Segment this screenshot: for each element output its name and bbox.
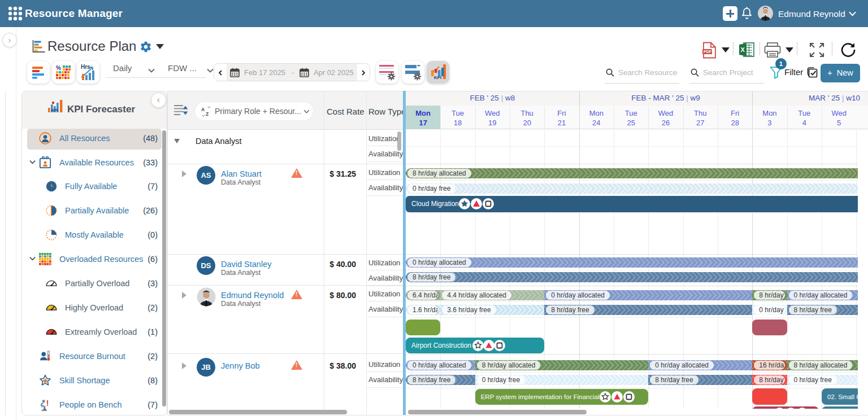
svg-text:%: % <box>56 65 61 71</box>
svg-text:Hrs: Hrs <box>81 64 90 70</box>
svg-text:!: ! <box>46 399 49 408</box>
svg-text:A: A <box>201 107 205 112</box>
svg-text:KPI: KPI <box>51 108 58 112</box>
svg-text:Z: Z <box>206 111 209 116</box>
svg-text:PDF: PDF <box>704 50 712 54</box>
svg-text:X: X <box>741 46 745 53</box>
svg-text:KPI: KPI <box>434 75 441 80</box>
